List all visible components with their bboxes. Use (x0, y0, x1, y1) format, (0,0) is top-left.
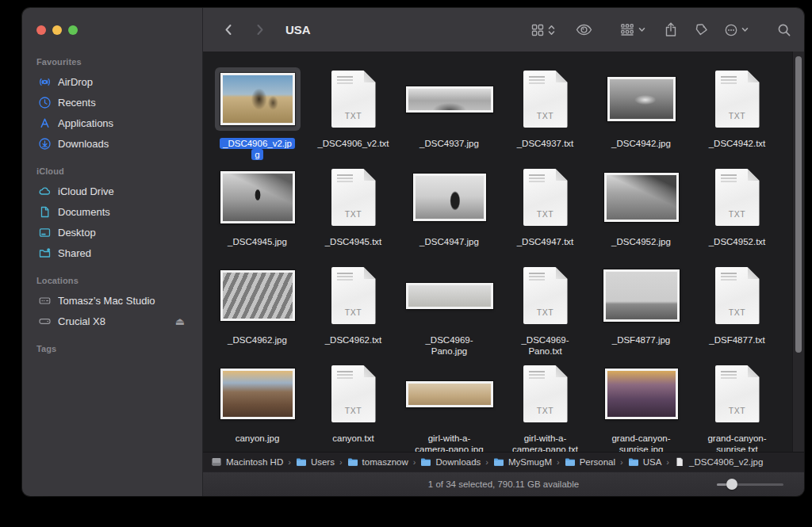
file-item-dsc4947-jpg[interactable]: _DSC4947.jpg (401, 161, 497, 259)
scrollbar-track[interactable] (792, 52, 804, 452)
file-item-canyon-txt[interactable]: TXTcanyon.txt (305, 357, 401, 452)
breadcrumb-separator: › (620, 457, 623, 467)
file-item-canyon-jpg[interactable]: canyon.jpg (209, 357, 305, 452)
txt-badge: TXT (331, 307, 376, 317)
file-item-grand-canyon-sunrise-txt[interactable]: TXTgrand-canyon-sunrise.txt (689, 357, 785, 452)
text-lines-decoration (721, 76, 737, 78)
breadcrumb-users[interactable]: Users (296, 457, 335, 467)
file-item-dsc4952-jpg[interactable]: _DSC4952.jpg (593, 161, 689, 259)
file-thumb-zone: TXT (710, 357, 765, 430)
file-item-girl-with-a-camera-pano-txt[interactable]: TXTgirl-with-a-camera-pano.txt (497, 357, 593, 452)
image-thumbnail (413, 174, 486, 221)
sidebar-item-airdrop[interactable]: AirDrop (33, 71, 194, 92)
file-item-dsc4969-pano-jpg[interactable]: _DSC4969-Pano.jpg (401, 259, 497, 357)
text-lines-decoration (721, 174, 737, 176)
page-fold (748, 169, 760, 181)
file-item-dsc4945-jpg[interactable]: _DSC4945.jpg (209, 161, 305, 259)
file-name: _DSC4969-Pano.txt (518, 334, 572, 357)
minimize-button[interactable] (52, 25, 62, 35)
folder-icon (628, 457, 639, 467)
file-thumb-zone: TXT (710, 161, 765, 234)
file-item-dsc4947-txt[interactable]: TXT_DSC4947.txt (497, 161, 593, 259)
sidebar-item-icloud-drive[interactable]: iCloud Drive (33, 181, 194, 201)
file-item-dsc4942-txt[interactable]: TXT_DSC4942.txt (689, 63, 785, 161)
sidebar-item-crucial-x8[interactable]: Crucial X8⏏ (33, 311, 194, 331)
file-name: _DSC4906_v2.txt (314, 138, 392, 149)
file-item-dsc4952-txt[interactable]: TXT_DSC4952.txt (689, 161, 785, 259)
sidebar-item-documents[interactable]: Documents (33, 201, 194, 222)
file-item-dsf4877-txt[interactable]: TXT_DSF4877.txt (689, 259, 785, 357)
file-item-grand-canyon-sunrise-jpg[interactable]: grand-canyon-sunrise.jpg (593, 357, 689, 452)
back-button[interactable] (222, 23, 236, 36)
breadcrumb-tomasznow[interactable]: tomasznow (347, 457, 408, 467)
chevron-left-icon (222, 23, 236, 36)
page-fold (556, 71, 568, 82)
file-name-line: sunrise.txt (713, 444, 760, 452)
breadcrumb-separator: › (413, 457, 416, 467)
share-button[interactable] (665, 22, 677, 37)
breadcrumb-personal[interactable]: Personal (565, 457, 615, 467)
file-item-dsc4906-v2-jpg[interactable]: _DSC4906_v2.jpg (209, 63, 305, 161)
file-item-dsf4877-jpg[interactable]: _DSF4877.jpg (593, 259, 689, 357)
external-drive-icon (38, 315, 52, 328)
file-thumb-zone: TXT (326, 357, 381, 430)
cloud-icon (38, 185, 52, 198)
file-item-dsc4942-jpg[interactable]: _DSC4942.jpg (593, 63, 689, 161)
group-chevron-button[interactable] (638, 27, 645, 32)
scrollbar-thumb[interactable] (795, 56, 802, 353)
file-thumb-zone: TXT (326, 63, 381, 136)
file-name: grand-canyon-sunrise.txt (704, 433, 769, 452)
sidebar-item-recents[interactable]: Recents (33, 92, 194, 113)
file-thumb-zone: TXT (518, 259, 573, 332)
file-name-line: grand-canyon- (704, 433, 769, 444)
text-lines-decoration (337, 273, 353, 274)
group-rows-icon (619, 23, 635, 36)
icon-size-slider[interactable] (717, 479, 783, 490)
breadcrumb-dsc4906-v2-jpg[interactable]: _DSC4906_v2.jpg (674, 457, 763, 467)
breadcrumb-macintosh-hd[interactable]: Macintosh HD (211, 457, 283, 467)
file-thumb-zone: TXT (326, 161, 381, 234)
group-by-button[interactable] (619, 23, 635, 36)
file-item-dsc4937-txt[interactable]: TXT_DSC4937.txt (497, 63, 593, 161)
forward-button[interactable] (253, 23, 266, 36)
more-chevron-button[interactable] (741, 27, 749, 32)
breadcrumb-downloads[interactable]: Downloads (420, 457, 481, 467)
status-bar: 1 of 34 selected, 790.11 GB available (203, 472, 804, 496)
icon-view-button[interactable] (530, 23, 545, 37)
search-button[interactable] (777, 23, 791, 37)
view-chevrons-button[interactable] (548, 25, 555, 36)
file-item-dsc4962-txt[interactable]: TXT_DSC4962.txt (305, 259, 401, 357)
file-item-dsc4969-pano-txt[interactable]: TXT_DSC4969-Pano.txt (497, 259, 593, 357)
folder-icon (493, 457, 504, 467)
page-fold (364, 267, 376, 279)
file-name: _DSC4969-Pano.jpg (422, 334, 476, 357)
sidebar-item-shared[interactable]: Shared (33, 242, 194, 263)
sidebar-item-tomasz-s-mac-studio[interactable]: Tomasz’s Mac Studio (33, 290, 194, 311)
breadcrumb-mysmugm[interactable]: MySmugM (493, 457, 552, 467)
downloads-icon (38, 137, 52, 151)
sidebar-item-downloads[interactable]: Downloads (33, 133, 194, 154)
file-item-dsc4945-txt[interactable]: TXT_DSC4945.txt (305, 161, 401, 259)
slider-knob[interactable] (726, 479, 737, 490)
eject-icon[interactable]: ⏏ (175, 315, 185, 327)
sidebar-item-desktop[interactable]: Desktop (33, 222, 194, 242)
file-thumb-zone: TXT (518, 63, 573, 136)
folder-icon (420, 457, 431, 467)
file-item-girl-with-a-camera-pano-jpg[interactable]: girl-with-a-camera-pano.jpg (401, 357, 497, 452)
more-button[interactable] (724, 23, 738, 37)
file-item-dsc4962-jpg[interactable]: _DSC4962.jpg (209, 259, 305, 357)
file-name: _DSC4947.txt (514, 236, 577, 247)
file-name-line: _DSF4877.jpg (609, 334, 674, 346)
close-button[interactable] (36, 25, 46, 35)
file-item-dsc4906-v2-txt[interactable]: TXT_DSC4906_v2.txt (305, 63, 401, 161)
file-name-line: _DSC4945.txt (322, 236, 385, 247)
eye-icon (576, 24, 592, 36)
thumb-box: TXT (518, 262, 573, 330)
file-item-dsc4937-jpg[interactable]: _DSC4937.jpg (401, 63, 497, 161)
tags-button[interactable] (695, 23, 708, 36)
quick-look-button[interactable] (576, 24, 592, 36)
sidebar-item-applications[interactable]: Applications (33, 113, 194, 133)
zoom-button[interactable] (68, 25, 78, 35)
breadcrumb-usa[interactable]: USA (628, 457, 662, 467)
file-thumb-zone (215, 63, 301, 136)
